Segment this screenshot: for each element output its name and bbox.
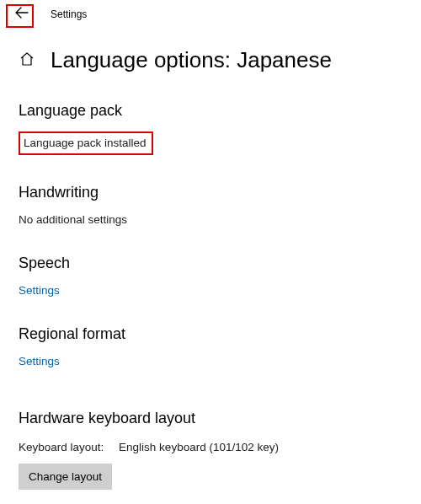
- section-heading-hardware-keyboard: Hardware keyboard layout: [19, 410, 402, 427]
- speech-settings-link[interactable]: Settings: [19, 284, 402, 297]
- language-pack-status: Language pack installed: [24, 137, 147, 149]
- keyboard-layout-label: Keyboard layout:: [19, 441, 104, 453]
- window-title: Settings: [51, 8, 87, 20]
- page-header: Language options: Japanese: [19, 47, 421, 73]
- section-heading-language-pack: Language pack: [19, 102, 402, 120]
- back-button[interactable]: [12, 4, 32, 24]
- change-layout-button[interactable]: Change layout: [19, 464, 112, 490]
- section-heading-regional-format: Regional format: [19, 325, 402, 343]
- arrow-left-icon: [15, 6, 29, 23]
- content-area: Language pack Language pack installed Ha…: [0, 102, 421, 490]
- handwriting-status: No additional settings: [19, 213, 402, 226]
- page-title: Language options: Japanese: [51, 47, 332, 73]
- home-icon: [19, 51, 35, 70]
- home-button[interactable]: [19, 52, 35, 69]
- keyboard-layout-value: English keyboard (101/102 key): [119, 441, 279, 453]
- regional-format-settings-link[interactable]: Settings: [19, 355, 402, 367]
- titlebar: Settings: [0, 0, 421, 29]
- section-heading-handwriting: Handwriting: [19, 184, 402, 201]
- section-heading-speech: Speech: [19, 255, 402, 272]
- keyboard-layout-row: Keyboard layout: English keyboard (101/1…: [19, 441, 402, 453]
- highlight-language-pack-status: Language pack installed: [19, 131, 153, 155]
